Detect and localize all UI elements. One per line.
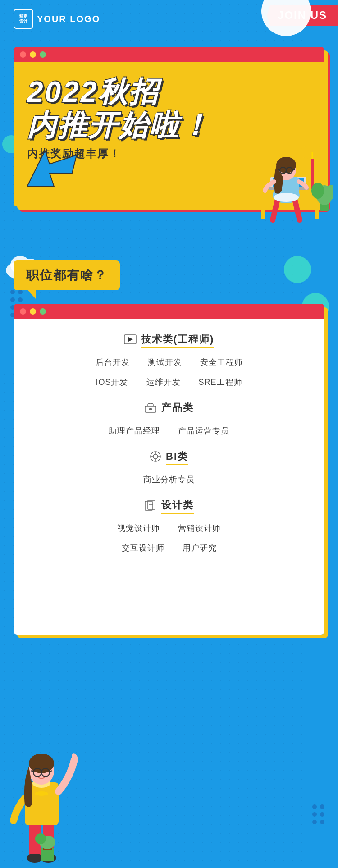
category-design-header: 设计类	[32, 498, 306, 516]
tech-job-list: 后台开发 测试开发 安全工程师 IOS开发 运维开发 SRE工程师	[32, 357, 306, 388]
category-design: 设计类 视觉设计师 营销设计师 交互设计师 用户研究	[32, 498, 306, 553]
category-bi-header: BI类	[32, 450, 306, 467]
girl-sitting-illustration	[216, 107, 333, 233]
bottom-right-dots	[311, 803, 329, 832]
mint-circle-deco	[284, 256, 311, 283]
job-item: IOS开发	[96, 377, 128, 388]
product-job-list: 助理产品经理 产品运营专员	[32, 425, 306, 436]
girl-pointing-illustration	[0, 715, 86, 868]
svg-rect-45	[145, 501, 152, 510]
question-bubble: 职位都有啥？	[14, 260, 120, 290]
jobs-browser-titlebar	[14, 304, 324, 319]
browser-dot-red	[20, 51, 26, 58]
jobs-dot-green	[40, 308, 46, 315]
svg-point-27	[10, 290, 15, 294]
svg-point-72	[312, 820, 317, 824]
design-job-list: 视觉设计师 营销设计师 交互设计师 用户研究	[32, 523, 306, 553]
svg-point-57	[29, 754, 54, 773]
svg-point-29	[10, 297, 15, 302]
job-item: 商业分析专员	[143, 474, 195, 485]
category-tech: 技术类(工程师) 后台开发 测试开发 安全工程师 IOS开发 运维开发 SRE工…	[32, 333, 306, 388]
jobs-browser-window: 技术类(工程师) 后台开发 测试开发 安全工程师 IOS开发 运维开发 SRE工…	[14, 304, 324, 635]
jobs-browser-body: 技术类(工程师) 后台开发 测试开发 安全工程师 IOS开发 运维开发 SRE工…	[14, 319, 324, 635]
category-product-title: 产品类	[161, 401, 194, 416]
design-icon	[144, 499, 157, 513]
category-bi: BI类 商业分析专员	[32, 450, 306, 485]
svg-point-63	[35, 791, 48, 796]
browser-dot-yellow	[30, 51, 36, 58]
svg-point-67	[35, 833, 46, 844]
job-item: 运维开发	[146, 377, 181, 388]
main-title-line1: 2022秋招	[27, 76, 311, 109]
svg-point-71	[320, 812, 324, 817]
svg-point-28	[18, 290, 23, 294]
bi-job-list: 商业分析专员	[32, 474, 306, 485]
svg-point-40	[153, 454, 158, 459]
category-product-header: 产品类	[32, 401, 306, 418]
svg-marker-0	[27, 151, 77, 187]
svg-point-70	[312, 812, 317, 817]
job-item: 产品运营专员	[178, 425, 229, 436]
category-design-title: 设计类	[161, 498, 194, 514]
product-icon	[144, 402, 157, 416]
category-tech-header: 技术类(工程师)	[32, 333, 306, 350]
tech-icon	[124, 334, 137, 347]
svg-rect-3	[261, 192, 265, 219]
job-item: 测试开发	[148, 357, 182, 368]
job-item: 视觉设计师	[117, 523, 160, 534]
logo-line2: 设计	[19, 19, 27, 24]
main-browser-window: 2022秋招 内推开始啦！ 内推奖励超丰厚！	[14, 47, 324, 206]
bi-icon	[150, 451, 161, 465]
job-item: 助理产品经理	[109, 425, 160, 436]
category-bi-title: BI类	[166, 450, 188, 465]
job-item: 营销设计师	[178, 523, 221, 534]
job-item: 用户研究	[183, 543, 217, 553]
svg-point-73	[320, 820, 324, 824]
browser-titlebar	[14, 47, 324, 62]
logo-line1: 稿定	[19, 14, 27, 19]
job-item: 安全工程师	[200, 357, 243, 368]
jobs-dot-yellow	[30, 308, 36, 315]
svg-point-68	[312, 804, 317, 809]
svg-marker-36	[128, 337, 133, 342]
job-item: 后台开发	[96, 357, 130, 368]
logo-text: YOUR LOGO	[37, 14, 100, 24]
category-tech-title: 技术类(工程师)	[141, 333, 215, 348]
svg-rect-38	[149, 408, 152, 410]
svg-point-12	[311, 183, 324, 199]
question-section: 职位都有啥？	[14, 260, 324, 290]
logo-box: 稿定 设计	[14, 9, 33, 29]
arrow-decoration	[27, 151, 81, 197]
jobs-dot-red	[20, 308, 26, 315]
svg-point-30	[18, 297, 23, 302]
svg-point-23	[274, 193, 299, 202]
question-text: 职位都有啥？	[26, 268, 107, 282]
category-product: 产品类 助理产品经理 产品运营专员	[32, 401, 306, 436]
job-item: 交互设计师	[122, 543, 164, 553]
job-item: SRE工程师	[199, 377, 242, 388]
browser-body: 2022秋招 内推开始啦！ 内推奖励超丰厚！	[14, 62, 324, 206]
browser-dot-green	[40, 51, 46, 58]
svg-point-69	[320, 804, 324, 809]
